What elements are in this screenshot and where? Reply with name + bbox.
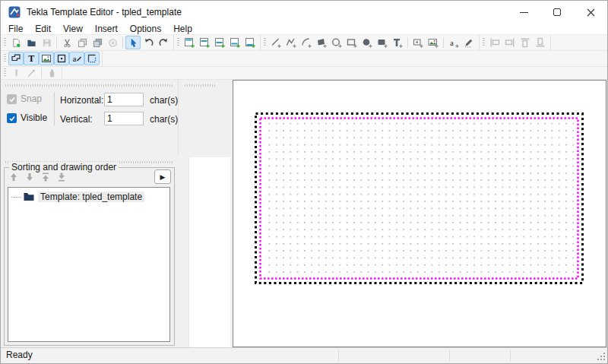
menu-options[interactable]: Options — [124, 24, 167, 35]
statusbar: Ready — [1, 347, 607, 362]
open-button[interactable] — [24, 36, 39, 49]
select-value-fields-toggle[interactable] — [54, 52, 69, 65]
status-text: Ready — [6, 350, 33, 360]
move-down-button[interactable] — [22, 170, 36, 183]
resize-grip[interactable] — [597, 352, 606, 361]
toolbar-grip[interactable] — [4, 68, 6, 78]
attribute-button[interactable]: a — [446, 36, 461, 49]
select-texts-toggle[interactable]: T — [24, 52, 39, 65]
panel-grip[interactable] — [5, 84, 173, 87]
angle-button[interactable] — [24, 66, 39, 80]
arc-button[interactable] — [299, 36, 314, 49]
toolbar-grip[interactable] — [4, 54, 6, 63]
add-page-header-button[interactable] — [197, 36, 212, 49]
select-lines-toggle[interactable] — [8, 52, 24, 65]
close-icon — [587, 8, 595, 17]
visible-checkbox[interactable] — [7, 113, 17, 123]
polygon-icon — [316, 37, 327, 48]
expand-button[interactable]: ▶ — [154, 169, 171, 184]
move-to-back-button[interactable] — [54, 170, 68, 183]
tree-connector — [11, 197, 21, 198]
move-up-button[interactable] — [6, 170, 21, 183]
close-button[interactable] — [574, 1, 607, 24]
vertical-spacing-input[interactable] — [104, 112, 144, 125]
check-icon — [8, 96, 16, 103]
delete-icon — [108, 38, 118, 48]
paste-button[interactable] — [90, 36, 105, 49]
filled-rectangle-button[interactable] — [375, 36, 390, 49]
filled-circle-button[interactable] — [359, 36, 375, 49]
check-icon — [8, 115, 16, 122]
select-button[interactable] — [125, 36, 141, 49]
select-pictures-toggle[interactable] — [39, 52, 54, 65]
toolbar-grip[interactable] — [4, 38, 6, 47]
polyline-icon — [286, 37, 296, 48]
menu-edit[interactable]: Edit — [29, 24, 57, 35]
align-bottom-icon — [535, 37, 546, 48]
toolbar-properties — [1, 67, 62, 79]
toolbar-row-2: T a — [1, 51, 607, 67]
template-canvas[interactable] — [233, 80, 606, 347]
order-buttons — [6, 170, 68, 183]
menu-help[interactable]: Help — [167, 24, 198, 35]
add-row-button[interactable] — [212, 36, 227, 49]
menu-file[interactable]: File — [2, 24, 29, 35]
minimize-button[interactable] — [507, 1, 540, 24]
menu-view[interactable]: View — [57, 24, 89, 35]
polygon-button[interactable] — [314, 36, 329, 49]
select-attributes-toggle[interactable]: a — [69, 52, 84, 65]
align-right-button[interactable] — [502, 36, 518, 49]
attribute-pencil-icon: a — [71, 53, 82, 64]
toolbar-grip[interactable] — [264, 38, 266, 47]
statusbar-separator — [510, 350, 511, 361]
component-icon — [87, 53, 97, 64]
rectangle-button[interactable] — [344, 36, 359, 49]
lines-icon — [11, 53, 21, 64]
edit-pencil-icon — [464, 37, 474, 48]
add-footer-button[interactable] — [242, 36, 258, 49]
line-button[interactable] — [268, 36, 283, 49]
delete-button[interactable] — [105, 36, 120, 49]
text-icon — [392, 37, 403, 48]
new-template-button[interactable] — [8, 36, 24, 49]
add-header-button[interactable] — [182, 36, 197, 49]
toolbar-selectability: T a — [1, 51, 103, 66]
circle-icon — [331, 37, 342, 48]
circle-button[interactable] — [329, 36, 344, 49]
value-field-button[interactable] — [410, 36, 426, 49]
copy-button[interactable] — [74, 36, 90, 49]
pen-properties-button[interactable] — [8, 66, 24, 80]
paste-icon — [93, 38, 103, 48]
value-field-dot-icon — [56, 53, 67, 64]
polyline-button[interactable] — [283, 36, 299, 49]
save-button[interactable] — [39, 36, 54, 49]
toolbar-grip[interactable] — [177, 38, 179, 47]
edit-button[interactable] — [461, 36, 477, 49]
snap-checkbox[interactable] — [7, 94, 17, 104]
toolbar-row-1: a — [1, 35, 607, 51]
cut-button[interactable] — [59, 36, 74, 49]
add-page-footer-icon — [230, 37, 240, 48]
toolbar-grip[interactable] — [483, 38, 485, 47]
toolbar-draw: a — [261, 35, 480, 50]
tree-item-template[interactable]: Template: tpled_template — [8, 191, 169, 202]
align-top-button[interactable] — [518, 36, 533, 49]
horizontal-spacing-input[interactable] — [104, 93, 144, 106]
grid-settings-panel: Snap Visible Horizontal: char(s) Vertica… — [1, 80, 179, 155]
fill-button[interactable] — [44, 66, 59, 80]
maximize-button[interactable] — [540, 1, 574, 24]
redo-button[interactable] — [156, 36, 171, 49]
align-bottom-button[interactable] — [533, 36, 548, 49]
align-left-button[interactable] — [487, 36, 502, 49]
menu-insert[interactable]: Insert — [89, 24, 124, 35]
minimize-icon — [520, 12, 528, 13]
select-components-toggle[interactable] — [84, 52, 100, 65]
picture-small-icon — [41, 53, 52, 64]
move-to-front-button[interactable] — [38, 170, 52, 183]
text-button[interactable] — [390, 36, 405, 49]
panel-grip[interactable] — [185, 84, 215, 87]
svg-text:a: a — [73, 54, 77, 63]
picture-button[interactable] — [426, 36, 441, 49]
undo-button[interactable] — [141, 36, 156, 49]
add-page-footer-button[interactable] — [227, 36, 242, 49]
